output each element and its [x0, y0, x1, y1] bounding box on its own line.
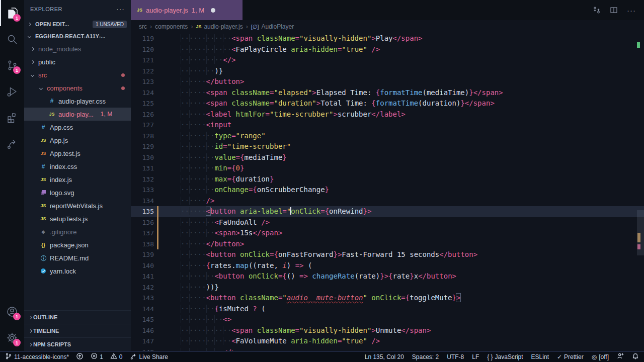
tree-item[interactable]: README.md [24, 251, 131, 264]
status-item-ln-135-col-20[interactable]: Ln 135, Col 20 [365, 353, 404, 360]
workspace-section[interactable]: EGGHEAD-REACT-A11Y-... [24, 30, 131, 42]
search-icon[interactable] [0, 26, 24, 52]
code-line-147[interactable]: 147············<FaVolumeMute aria-hidden… [131, 336, 644, 347]
run-debug-icon[interactable] [0, 78, 24, 105]
split-editor-icon[interactable] [610, 6, 618, 14]
compare-changes-icon[interactable] [593, 6, 601, 14]
code-line-140[interactable]: 140······{rates.map((rate, i) => ( [131, 260, 644, 272]
tree-item[interactable]: JSaudio-play...1, M [24, 108, 131, 121]
status-item--off-[interactable]: ◎[off] [592, 353, 609, 360]
tree-item[interactable]: yarn.lock [24, 264, 131, 278]
tab-git-status: 1, M [192, 7, 204, 14]
status-item-javascript[interactable]: { }JavaScript [487, 353, 523, 360]
code-line-130[interactable]: 130········value={mediaTime} [131, 152, 644, 163]
settings-icon[interactable]: 1 [0, 325, 24, 351]
breadcrumb-item[interactable]: [∅]AudioPlayer [251, 23, 294, 30]
status-item-utf-8[interactable]: UTF-8 [447, 353, 464, 360]
dirty-dot-icon[interactable] [211, 8, 215, 13]
code-line-123[interactable]: 123······</button> [131, 76, 644, 87]
status-label: Ln 135, Col 20 [365, 353, 404, 360]
code-line-128[interactable]: 128········type="range" [131, 131, 644, 142]
tree-item[interactable]: JSApp.js [24, 134, 131, 147]
code-line-131[interactable]: 131········min={0} [131, 163, 644, 174]
status-git-branch-icon [5, 352, 12, 361]
overview-ruler-mark-modified [637, 233, 640, 242]
tree-item[interactable]: components [24, 81, 131, 95]
code-line-129[interactable]: 129········id="time-scrubber" [131, 141, 644, 152]
tree-item[interactable]: #audio-player.css [24, 95, 131, 108]
code-line-141[interactable]: 141········<button onClick={() => change… [131, 271, 644, 282]
indent-whitespace: ············ [181, 337, 231, 345]
line-number: 132 [131, 174, 154, 185]
code-line-132[interactable]: 132········max={duration} [131, 174, 644, 185]
status-item[interactable] [632, 352, 639, 361]
code-line-139[interactable]: 139······<button onClick={onFastForward}… [131, 249, 644, 260]
code-line-122[interactable]: 122········)} [131, 66, 644, 77]
code-line-145[interactable]: 145··········<> [131, 314, 644, 325]
source-control-icon[interactable]: 1 [0, 52, 24, 78]
panel-label: TIMELINE [33, 328, 59, 334]
more-actions-icon[interactable]: ··· [116, 5, 125, 13]
breadcrumb-separator-icon: › [191, 23, 193, 30]
breadcrumb-separator-icon: › [150, 23, 152, 30]
tree-item[interactable]: public [24, 55, 131, 68]
status-item-spaces-2[interactable]: Spaces: 2 [412, 353, 439, 360]
code-line-135[interactable]: 135······<button aria-label="onClick={on… [131, 206, 644, 217]
tree-item[interactable]: node_modules [24, 42, 131, 55]
tree-item[interactable]: JSsetupTests.js [24, 212, 131, 225]
tree-item[interactable]: {}package.json [24, 238, 131, 251]
breadcrumb-item[interactable]: components [155, 23, 188, 30]
status-item-lf[interactable]: LF [472, 353, 479, 360]
status-item-live-share[interactable]: Live Share [130, 352, 168, 361]
chevron-down-icon [31, 73, 34, 76]
tree-item[interactable]: JSApp.test.js [24, 147, 131, 160]
code-line-124[interactable]: 124······<span className="elapsed">Elaps… [131, 87, 644, 99]
tree-item[interactable]: ◆.gitignore [24, 225, 131, 238]
code-line-126[interactable]: 126······<label htmlFor="time-scrubber">… [131, 109, 644, 120]
breadcrumb-item[interactable]: src [139, 23, 147, 30]
breadcrumb-item[interactable]: JSaudio-player.js [196, 23, 243, 30]
code-line-134[interactable]: 134······/> [131, 196, 644, 207]
code-line-120[interactable]: 120············<FaPlayCircle aria-hidden… [131, 44, 644, 55]
code-line-143[interactable]: 143······<button className="audio__mute-… [131, 293, 644, 304]
status-item-0[interactable]: 0 [110, 352, 123, 361]
line-number: 142 [131, 282, 154, 293]
explorer-icon[interactable]: 1 [0, 0, 24, 26]
code-line-137[interactable]: 137········<span>15s</span> [131, 228, 644, 239]
tree-item[interactable]: JSreportWebVitals.js [24, 199, 131, 212]
extensions-icon[interactable] [0, 105, 24, 131]
panel-outline[interactable]: OUTLINE [24, 310, 131, 324]
code-line-125[interactable]: 125······<span className="duration">Tota… [131, 98, 644, 109]
tree-item[interactable]: JSindex.js [24, 173, 131, 186]
code-line-127[interactable]: 127······<input [131, 120, 644, 131]
indent-whitespace: ········ [181, 132, 214, 140]
code-line-119[interactable]: 119············<span className="visually… [131, 33, 644, 44]
code-text: ········max={duration} [181, 174, 274, 185]
status-item[interactable] [617, 352, 624, 361]
status-item-prettier[interactable]: ✓Prettier [557, 353, 584, 360]
code-line-138[interactable]: 138······</button> [131, 239, 644, 250]
tree-item[interactable]: #index.css [24, 160, 131, 173]
status-item-1[interactable]: 1 [91, 352, 103, 361]
tree-item[interactable]: src [24, 68, 131, 81]
panel-npm-scripts[interactable]: NPM SCRIPTS [24, 337, 131, 351]
status-item[interactable] [76, 352, 84, 361]
code-line-144[interactable]: 144········{isMuted ? ( [131, 304, 644, 315]
status-item-eslint[interactable]: ESLint [531, 353, 549, 360]
tab-audio-player-js[interactable]: JS audio-player.js 1, M [131, 0, 243, 20]
tree-item[interactable]: #App.css [24, 121, 131, 134]
code-line-146[interactable]: 146············<span className="visually… [131, 325, 644, 336]
code-line-121[interactable]: 121··········</> [131, 55, 644, 66]
accounts-icon[interactable]: 1 [0, 299, 24, 325]
tree-item[interactable]: logo.svg [24, 186, 131, 199]
status-bell-icon [632, 352, 639, 361]
open-editors-section[interactable]: OPEN EDIT... 1 UNSAVED [24, 18, 131, 30]
live-share-icon[interactable] [0, 131, 24, 157]
more-actions-icon[interactable]: ··· [627, 6, 636, 15]
status-item-11-accessible-icons-[interactable]: 11-accessible-icons* [5, 352, 69, 361]
code-line-142[interactable]: 142······))} [131, 282, 644, 293]
panel-timeline[interactable]: TIMELINE [24, 324, 131, 337]
code-line-148[interactable]: 148··········</> [131, 347, 644, 351]
code-line-133[interactable]: 133········onChange={onScrubberChange} [131, 185, 644, 196]
code-line-136[interactable]: 136········<FaUndoAlt /> [131, 217, 644, 228]
